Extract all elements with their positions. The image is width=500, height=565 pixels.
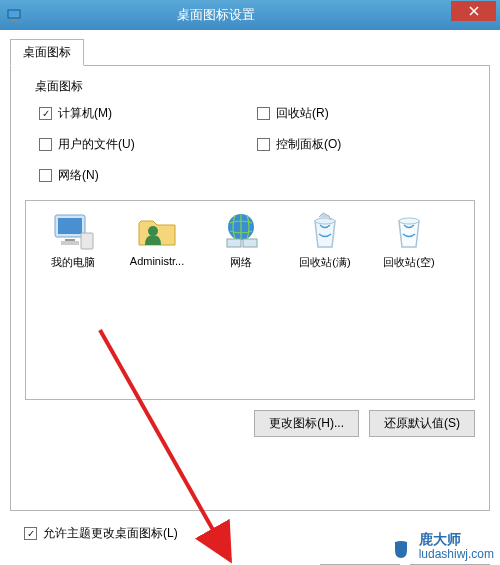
preview-user-folder[interactable]: Administr... [116, 211, 198, 267]
svg-rect-4 [81, 233, 93, 249]
preview-computer[interactable]: 我的电脑 [32, 211, 114, 270]
icon-label: 网络 [200, 255, 282, 270]
tab-strip: 桌面图标 [10, 38, 490, 65]
svg-rect-0 [8, 10, 20, 18]
checkbox-input[interactable] [24, 527, 37, 540]
svg-rect-5 [65, 239, 75, 241]
svg-point-12 [399, 218, 419, 224]
checkbox-network[interactable]: 网络(N) [39, 167, 257, 184]
icon-label: 我的电脑 [32, 255, 114, 270]
recycle-full-icon [301, 211, 349, 251]
icon-button-row: 更改图标(H)... 还原默认值(S) [25, 410, 475, 437]
watermark-url: ludashiwj.com [419, 548, 494, 561]
icon-label: 回收站(空) [368, 255, 450, 270]
checkbox-input[interactable] [257, 138, 270, 151]
computer-icon [49, 211, 97, 251]
checkbox-allow-themes[interactable]: 允许主题更改桌面图标(L) [24, 525, 490, 542]
checkbox-input[interactable] [257, 107, 270, 120]
network-icon [217, 211, 265, 251]
preview-network[interactable]: 网络 [200, 211, 282, 270]
checkbox-label: 控制面板(O) [276, 136, 341, 153]
svg-rect-9 [227, 239, 241, 247]
checkbox-input[interactable] [39, 169, 52, 182]
checkbox-input[interactable] [39, 138, 52, 151]
preview-recycle-full[interactable]: 回收站(满) [284, 211, 366, 270]
svg-point-7 [148, 226, 158, 236]
checkbox-label: 回收站(R) [276, 105, 329, 122]
svg-rect-6 [61, 241, 79, 245]
checkbox-grid: 计算机(M) 回收站(R) 用户的文件(U) 控制面板(O) 网络(N) [39, 105, 475, 184]
svg-rect-10 [243, 239, 257, 247]
checkbox-control-panel[interactable]: 控制面板(O) [257, 136, 475, 153]
checkbox-computer[interactable]: 计算机(M) [39, 105, 257, 122]
restore-default-button[interactable]: 还原默认值(S) [369, 410, 475, 437]
checkbox-input[interactable] [39, 107, 52, 120]
icon-label: 回收站(满) [284, 255, 366, 270]
group-heading: 桌面图标 [35, 78, 475, 95]
change-icon-button[interactable]: 更改图标(H)... [254, 410, 359, 437]
user-folder-icon [133, 211, 181, 251]
tab-content: 桌面图标 计算机(M) 回收站(R) 用户的文件(U) 控制面板(O) 网络(N… [10, 65, 490, 511]
app-icon [6, 7, 22, 23]
dialog-body: 桌面图标 桌面图标 计算机(M) 回收站(R) 用户的文件(U) 控制面板(O) [0, 30, 500, 565]
svg-point-11 [315, 218, 335, 224]
checkbox-label: 网络(N) [58, 167, 99, 184]
icon-label: Administr... [116, 255, 198, 267]
tab-desktop-icons[interactable]: 桌面图标 [10, 39, 84, 66]
checkbox-recycle[interactable]: 回收站(R) [257, 105, 475, 122]
checkbox-label: 用户的文件(U) [58, 136, 135, 153]
title-bar: 桌面图标设置 [0, 0, 500, 30]
preview-recycle-empty[interactable]: 回收站(空) [368, 211, 450, 270]
checkbox-userfiles[interactable]: 用户的文件(U) [39, 136, 257, 153]
checkbox-label: 允许主题更改桌面图标(L) [43, 525, 178, 542]
checkbox-label: 计算机(M) [58, 105, 112, 122]
recycle-empty-icon [385, 211, 433, 251]
svg-rect-1 [11, 19, 17, 21]
close-button[interactable] [451, 1, 496, 21]
svg-rect-3 [58, 218, 82, 234]
window-title: 桌面图标设置 [30, 6, 401, 24]
icon-preview-list: 我的电脑 Administr... 网络 回收站(满) [25, 200, 475, 400]
